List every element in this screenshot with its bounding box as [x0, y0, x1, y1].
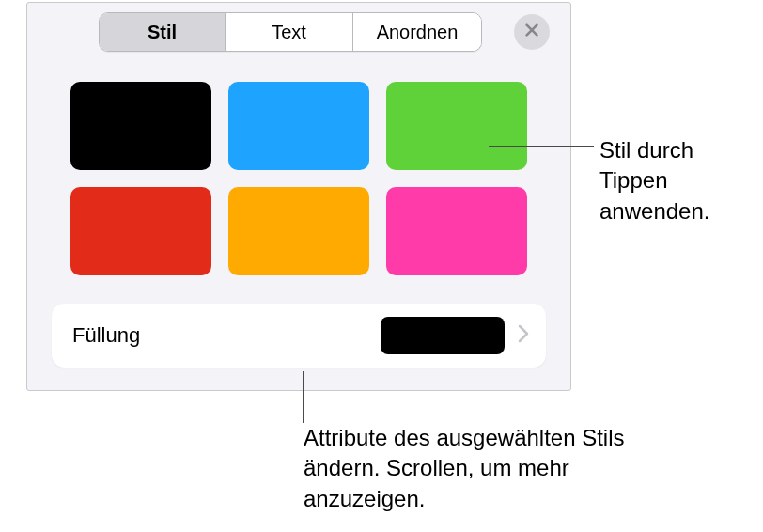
- close-icon: [523, 22, 540, 42]
- tab-row: Stil Text Anordnen: [27, 3, 570, 63]
- segmented-control: Stil Text Anordnen: [99, 12, 482, 52]
- close-button[interactable]: [514, 14, 550, 50]
- tab-text[interactable]: Text: [226, 13, 353, 51]
- fill-label: Füllung: [72, 323, 381, 348]
- callout-line-right: [489, 146, 594, 147]
- swatch-pink[interactable]: [386, 187, 527, 275]
- tab-anordnen[interactable]: Anordnen: [353, 13, 481, 51]
- fill-current-color[interactable]: [381, 317, 505, 354]
- fill-row[interactable]: Füllung: [52, 304, 546, 368]
- swatch-red[interactable]: [70, 187, 211, 275]
- style-swatches: [27, 63, 570, 275]
- tab-stil[interactable]: Stil: [100, 13, 226, 51]
- swatch-black[interactable]: [70, 82, 211, 170]
- callout-right: Stil durch Tippen anwenden.: [600, 135, 759, 227]
- chevron-right-icon: [518, 324, 529, 347]
- swatch-orange[interactable]: [228, 187, 369, 275]
- swatch-green[interactable]: [386, 82, 527, 170]
- format-panel: Stil Text Anordnen Füllung: [26, 2, 571, 391]
- callout-bottom: Attribute des ausgewählten Stils ändern.…: [304, 423, 642, 514]
- swatch-blue[interactable]: [228, 82, 369, 170]
- callout-line-bottom: [303, 371, 304, 423]
